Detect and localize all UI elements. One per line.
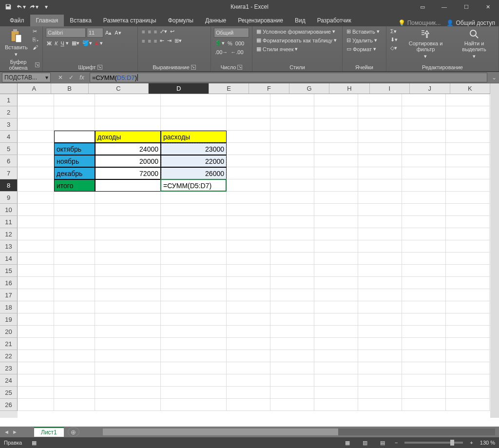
align-middle-icon[interactable]: ≡ [147, 28, 152, 35]
cell[interactable] [358, 179, 402, 192]
format-painter-button[interactable]: 🖌 [32, 44, 40, 51]
col-header-G[interactable]: G [289, 83, 329, 94]
cell[interactable] [95, 277, 161, 289]
cell[interactable] [161, 192, 227, 204]
cell[interactable] [270, 277, 314, 289]
cell[interactable] [54, 362, 95, 374]
cell[interactable] [54, 204, 95, 216]
cell[interactable] [270, 204, 314, 216]
cell[interactable] [54, 338, 95, 350]
redo-icon[interactable]: ▾ [28, 1, 39, 12]
cell[interactable] [446, 179, 490, 192]
cell-B8[interactable]: итого [54, 179, 95, 192]
cell-B7[interactable]: декабрь [54, 167, 95, 179]
cell[interactable] [54, 289, 95, 301]
cell[interactable] [54, 313, 95, 326]
cell[interactable] [227, 228, 270, 240]
cell[interactable] [161, 399, 227, 411]
cell[interactable] [446, 143, 490, 155]
row-header-16[interactable]: 16 [0, 277, 18, 289]
cell[interactable] [95, 301, 161, 313]
vertical-scrollbar[interactable] [490, 83, 499, 418]
cell[interactable] [402, 374, 446, 387]
cell[interactable] [18, 192, 54, 204]
cell[interactable] [161, 277, 227, 289]
cell[interactable] [446, 265, 490, 277]
cell[interactable] [446, 216, 490, 228]
paste-button[interactable]: Вставить▾ [3, 28, 30, 58]
cell[interactable] [161, 374, 227, 387]
cell[interactable] [227, 216, 270, 228]
cell[interactable] [270, 240, 314, 253]
cell[interactable] [314, 94, 358, 106]
cell[interactable] [402, 399, 446, 411]
cell[interactable] [95, 118, 161, 131]
cell[interactable] [270, 289, 314, 301]
col-header-I[interactable]: I [370, 83, 410, 94]
number-format-select[interactable] [214, 28, 249, 38]
column-headers[interactable]: ABCDEFGHIJK [18, 83, 490, 94]
cell[interactable] [95, 192, 161, 204]
cell[interactable] [446, 192, 490, 204]
cell[interactable] [270, 192, 314, 204]
cell[interactable] [18, 106, 54, 118]
cell[interactable] [402, 167, 446, 179]
cell[interactable] [270, 118, 314, 131]
cell[interactable] [95, 216, 161, 228]
tab-data[interactable]: Данные [199, 15, 232, 26]
cell[interactable] [446, 131, 490, 143]
cell[interactable] [18, 265, 54, 277]
cell[interactable] [227, 118, 270, 131]
tab-developer[interactable]: Разработчик [311, 15, 357, 26]
row-header-24[interactable]: 24 [0, 374, 18, 387]
formula-input[interactable]: =СУММ(D5:D7) [90, 73, 487, 82]
cell[interactable] [227, 143, 270, 155]
page-break-view-icon[interactable]: ▤ [377, 438, 388, 447]
cell[interactable] [446, 289, 490, 301]
cell[interactable] [95, 204, 161, 216]
cell[interactable] [161, 240, 227, 253]
cell[interactable] [402, 301, 446, 313]
cell[interactable] [402, 362, 446, 374]
cell[interactable] [446, 118, 490, 131]
cell[interactable] [227, 338, 270, 350]
cell[interactable] [270, 94, 314, 106]
cell[interactable] [161, 289, 227, 301]
row-header-5[interactable]: 5 [0, 143, 18, 155]
cell[interactable] [446, 387, 490, 399]
enter-formula-icon[interactable]: ✓ [66, 73, 76, 82]
cell[interactable] [227, 131, 270, 143]
row-header-1[interactable]: 1 [0, 94, 18, 106]
align-top-icon[interactable]: ≡ [141, 28, 146, 35]
shrink-font-icon[interactable]: A▾ [114, 29, 122, 37]
row-header-22[interactable]: 22 [0, 350, 18, 362]
cell[interactable] [18, 374, 54, 387]
row-header-14[interactable]: 14 [0, 253, 18, 265]
cell[interactable] [161, 350, 227, 362]
horizontal-scrollbar[interactable] [103, 429, 495, 435]
cell[interactable] [18, 118, 54, 131]
cell[interactable] [54, 216, 95, 228]
cell[interactable] [270, 374, 314, 387]
find-select-button[interactable]: Найти и выделить▾ [453, 28, 496, 60]
cell[interactable] [227, 106, 270, 118]
copy-button[interactable]: ⎘▾ [32, 36, 40, 43]
cell[interactable] [161, 313, 227, 326]
cell[interactable] [18, 301, 54, 313]
cell[interactable] [402, 155, 446, 167]
cell[interactable] [358, 387, 402, 399]
cell[interactable] [314, 253, 358, 265]
cell[interactable] [54, 277, 95, 289]
cell[interactable] [54, 326, 95, 338]
currency-icon[interactable]: 💲▾ [214, 39, 226, 47]
cell-B4[interactable] [54, 131, 95, 143]
cell[interactable] [314, 350, 358, 362]
cell[interactable] [446, 106, 490, 118]
cell[interactable] [446, 204, 490, 216]
cell[interactable] [402, 289, 446, 301]
cell[interactable] [358, 265, 402, 277]
cell-styles-button[interactable]: ▦ Стили ячеек▾ [255, 45, 299, 53]
normal-view-icon[interactable]: ▦ [342, 438, 353, 447]
cell[interactable] [161, 94, 227, 106]
cell[interactable] [270, 399, 314, 411]
